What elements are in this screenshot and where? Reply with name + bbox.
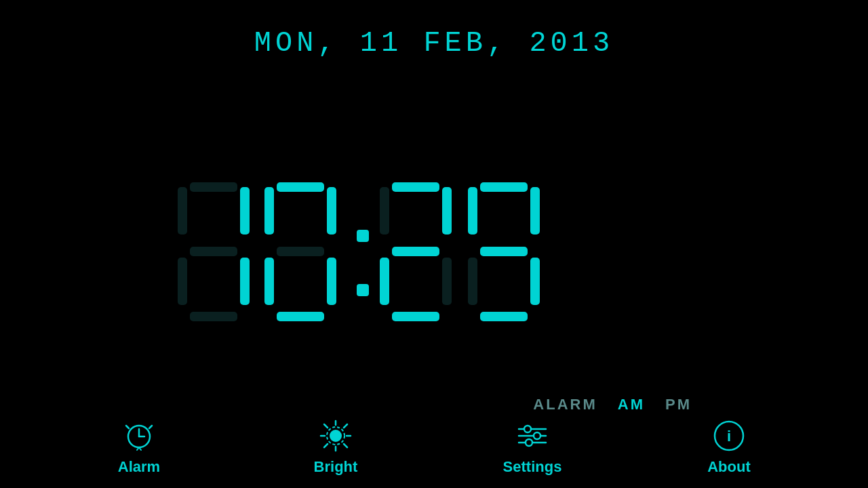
about-label: About <box>707 458 751 476</box>
svg-rect-11 <box>264 258 274 305</box>
svg-rect-16 <box>392 182 439 192</box>
svg-rect-2 <box>240 258 250 305</box>
svg-rect-29 <box>480 247 528 256</box>
svg-rect-9 <box>327 258 336 305</box>
clock-svg <box>170 179 698 355</box>
svg-point-52 <box>526 439 532 446</box>
svg-rect-5 <box>178 187 187 235</box>
svg-rect-7 <box>277 182 324 192</box>
nav-alarm[interactable]: Alarm <box>78 419 200 476</box>
svg-rect-14 <box>357 230 369 242</box>
bright-icon <box>319 419 353 453</box>
bright-label: Bright <box>314 458 358 476</box>
svg-rect-19 <box>392 312 439 321</box>
nav-bright[interactable]: Bright <box>275 419 397 476</box>
svg-line-34 <box>149 426 152 428</box>
svg-rect-25 <box>530 258 540 305</box>
svg-rect-0 <box>190 182 237 192</box>
svg-rect-8 <box>327 187 336 235</box>
svg-rect-27 <box>468 258 477 305</box>
svg-line-46 <box>324 444 328 447</box>
svg-point-50 <box>524 426 531 432</box>
about-icon: i <box>712 419 746 453</box>
clock-digits <box>170 179 698 355</box>
settings-label: Settings <box>503 458 562 476</box>
svg-rect-13 <box>277 247 324 256</box>
nav-about[interactable]: i About <box>668 419 790 476</box>
svg-rect-22 <box>392 247 439 256</box>
svg-line-43 <box>324 424 328 428</box>
nav-settings[interactable]: Settings <box>471 419 593 476</box>
alarm-icon <box>122 419 156 453</box>
svg-rect-24 <box>530 187 540 235</box>
bottom-navigation: Alarm Bright Settin <box>0 407 868 488</box>
svg-line-33 <box>126 426 129 428</box>
svg-rect-15 <box>357 284 369 296</box>
svg-line-44 <box>344 444 347 447</box>
svg-rect-26 <box>480 312 528 321</box>
alarm-label: Alarm <box>118 458 160 476</box>
svg-rect-6 <box>190 247 237 256</box>
svg-point-37 <box>330 430 342 442</box>
svg-rect-28 <box>468 187 477 235</box>
svg-rect-10 <box>277 312 324 321</box>
svg-point-51 <box>534 432 540 439</box>
settings-icon <box>515 419 549 453</box>
svg-rect-3 <box>190 312 237 321</box>
svg-line-45 <box>344 424 347 428</box>
svg-rect-17 <box>442 187 452 235</box>
svg-rect-20 <box>380 258 389 305</box>
svg-rect-18 <box>442 258 452 305</box>
svg-rect-1 <box>240 187 250 235</box>
svg-rect-23 <box>480 182 528 192</box>
svg-text:i: i <box>727 428 731 445</box>
svg-rect-4 <box>178 258 187 305</box>
svg-rect-12 <box>264 187 274 235</box>
svg-rect-21 <box>380 187 389 235</box>
